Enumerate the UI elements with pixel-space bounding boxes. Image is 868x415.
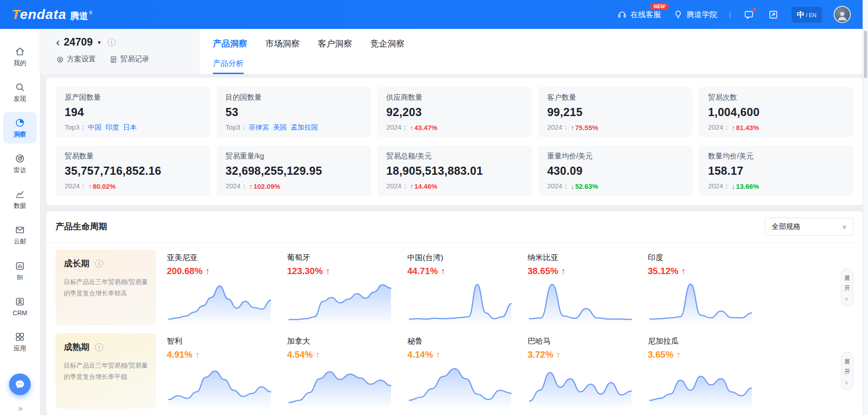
sidebar-expand-chevrons[interactable]: » — [0, 403, 40, 413]
subtab-product-analysis[interactable]: 产品分析 — [213, 58, 244, 74]
country-card-nicaragua[interactable]: 尼加拉瓜 3.65%↑ — [644, 333, 757, 409]
country-card-india[interactable]: 印度 35.12%↑ — [644, 250, 757, 325]
stat-title: 贸易重量/kg — [226, 152, 362, 161]
logo-registered-mark: ® — [89, 10, 92, 15]
expand-growth-button[interactable]: 展 开 » — [841, 268, 854, 307]
country-card-portugal[interactable]: 葡萄牙 123.30%↑ — [283, 250, 396, 325]
messages-button[interactable] — [743, 8, 755, 21]
trend-up-icon: ↑ — [410, 182, 414, 190]
stat-card-origin-countries: 原产国数量 194 Top3： 中国 印度 日本 — [56, 87, 210, 137]
trade-records-button[interactable]: 贸易记录 — [109, 55, 149, 64]
workspace-button[interactable] — [767, 8, 780, 21]
expand-label-char: 开 — [844, 368, 850, 376]
country-card-canada[interactable]: 加拿大 4.54%↑ — [283, 333, 396, 409]
stat-card-avg-price-quantity: 数量均价/美元 158.17 2024： ↓13.66% — [699, 145, 854, 196]
top3-link[interactable]: 日本 — [123, 123, 137, 132]
trend-pct: 102.09% — [254, 182, 280, 190]
country-name: 印度 — [648, 252, 754, 263]
scheme-dropdown-caret-icon[interactable]: ▼ — [97, 40, 102, 45]
trend-up-icon: ↑ — [561, 266, 566, 276]
expand-maturity-button[interactable]: 展 开 » — [841, 352, 854, 390]
sidebar-item-bi[interactable]: BI — [3, 255, 37, 286]
lifecycle-title: 产品生命周期 — [56, 221, 107, 233]
lang-zh: 中 — [797, 9, 805, 20]
top3-link[interactable]: 菲律宾 — [249, 123, 269, 132]
growth-pct: 200.68% — [167, 266, 203, 276]
top3-link[interactable]: 孟加拉国 — [291, 123, 318, 132]
sidebar-item-data[interactable]: 数据 — [3, 183, 37, 215]
country-card-namibia[interactable]: 纳米比亚 38.65%↑ — [524, 250, 637, 325]
top3-link[interactable]: 中国 — [88, 123, 102, 132]
scheme-settings-button[interactable]: 方案设置 — [56, 55, 96, 64]
back-button[interactable]: ‹ — [56, 37, 60, 48]
sidebar-item-cloudmail[interactable]: 云邮 — [3, 219, 37, 251]
user-avatar[interactable] — [834, 6, 851, 23]
stage-description: 目标产品近三年贸易额/贸易量的季度复合增长率较高 — [64, 276, 148, 299]
country-name: 尼加拉瓜 — [648, 336, 754, 346]
scrollbar-thumb[interactable] — [864, 31, 867, 78]
vertical-scrollbar[interactable] — [863, 0, 868, 415]
sidebar-item-radar[interactable]: 雷达 — [3, 148, 37, 179]
tab-product-insight[interactable]: 产品洞察 — [213, 38, 247, 50]
stat-foot: Top3： 中国 印度 日本 — [65, 123, 201, 132]
trend-up-icon: ↑ — [436, 350, 440, 360]
growth-stage-row: 成长期 i 目标产品近三年贸易额/贸易量的季度复合增长率较高 亚美尼亚 200.… — [56, 250, 854, 325]
country-name: 秘鲁 — [407, 336, 513, 346]
stage-description: 目标产品近三年贸易额/贸易量的季度复合增长率平稳 — [64, 360, 148, 382]
tab-competitor-insight[interactable]: 竞企洞察 — [370, 38, 405, 50]
trend: ↑14.46% — [410, 182, 437, 190]
top3-link[interactable]: 印度 — [106, 123, 119, 132]
stage-info-icon[interactable]: i — [95, 260, 103, 268]
maturity-stage-row: 成熟期 i 目标产品近三年贸易额/贸易量的季度复合增长率平稳 智利 4.91%↑… — [56, 333, 854, 409]
sparkline-chart — [648, 278, 754, 325]
country-card-armenia[interactable]: 亚美尼亚 200.68%↑ — [163, 250, 276, 325]
top3-label: Top3： — [65, 123, 86, 132]
spec-filter-select[interactable]: 全部规格 ∨ — [765, 218, 854, 236]
stat-card-customers: 客户数量 99,215 2024： ↑75.55% — [538, 87, 693, 137]
logo-cn: 腾道 — [70, 10, 88, 22]
stat-value: 194 — [65, 106, 201, 119]
sparkline-chart — [528, 362, 633, 409]
trend-up-icon: ↑ — [205, 266, 210, 276]
bulb-icon — [673, 9, 683, 19]
expand-label-char: 开 — [844, 284, 850, 292]
apps-icon — [14, 331, 25, 342]
country-card-peru[interactable]: 秘鲁 4.14%↑ — [404, 333, 517, 409]
stage-info-icon[interactable]: i — [95, 343, 103, 351]
scheme-info-icon[interactable]: i — [108, 38, 116, 47]
sidebar-item-crm[interactable]: CRM — [3, 290, 37, 322]
language-toggle[interactable]: 中 / EN — [792, 7, 822, 23]
sidebar-item-insight[interactable]: 洞察 — [3, 112, 37, 144]
country-card-chile[interactable]: 智利 4.91%↑ — [163, 333, 276, 409]
growth-pct: 35.12% — [648, 266, 679, 276]
online-service-button[interactable]: 在线客服 NEW — [617, 9, 661, 20]
top3-link[interactable]: 美国 — [273, 123, 287, 132]
settings-target-icon — [56, 56, 64, 64]
page-header: ‹ 24709 ▼ i 方案设置 贸易记录 产品洞察 市场洞察 客户洞察 — [40, 29, 863, 74]
stat-value: 32,698,255,129.95 — [226, 164, 362, 177]
lifecycle-body: 成长期 i 目标产品近三年贸易额/贸易量的季度复合增长率较高 亚美尼亚 200.… — [47, 242, 863, 415]
growth-pct: 123.30% — [287, 266, 323, 276]
new-badge: NEW — [651, 3, 669, 10]
tendata-logo[interactable]: Tendata 腾道 ® — [12, 7, 92, 22]
scheme-id[interactable]: 24709 — [64, 36, 93, 48]
stat-value: 158.17 — [708, 164, 844, 177]
stat-value: 430.09 — [547, 164, 684, 177]
customer-chat-bubble[interactable] — [9, 373, 31, 395]
country-card-bahamas[interactable]: 巴哈马 3.72%↑ — [524, 333, 637, 409]
sidebar-item-label: 洞察 — [14, 131, 26, 139]
tab-customer-insight[interactable]: 客户洞察 — [318, 38, 352, 50]
sidebar-item-apps[interactable]: 应用 — [3, 326, 37, 358]
country-card-taiwan[interactable]: 中国(台湾) 44.71%↑ — [404, 250, 517, 325]
growth-pct: 4.91% — [167, 350, 193, 360]
stat-foot: 2024： ↑43.47% — [387, 123, 523, 132]
sidebar-item-label: 应用 — [14, 345, 26, 353]
sparkline-chart — [287, 278, 393, 325]
double-chevron-icon: » — [844, 298, 850, 300]
stat-title: 客户数量 — [547, 93, 684, 103]
tab-market-insight[interactable]: 市场洞察 — [265, 38, 300, 50]
sidebar-item-discover[interactable]: 发现 — [3, 76, 37, 108]
stat-card-trade-quantity: 贸易数量 35,757,716,852.16 2024： ↑80.02% — [56, 145, 210, 196]
academy-button[interactable]: 腾道学院 — [673, 9, 717, 20]
sidebar-item-mine[interactable]: 我的 — [3, 41, 37, 72]
